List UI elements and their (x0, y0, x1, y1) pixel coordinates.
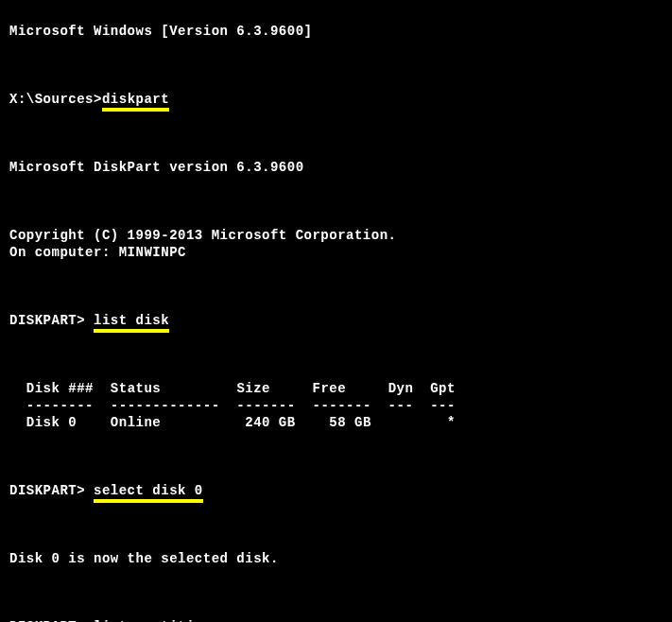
cmd-select-disk[interactable]: select disk 0 (94, 483, 203, 503)
initial-prompt: X:\Sources> (9, 92, 102, 107)
disk-table-row-0: Disk 0 Online 240 GB 58 GB * (9, 415, 456, 430)
os-version-line: Microsoft Windows [Version 6.3.9600] (9, 24, 312, 39)
diskpart-prompt: DISKPART> (9, 483, 94, 498)
terminal-window: Microsoft Windows [Version 6.3.9600] X:\… (0, 0, 672, 622)
msg-selected-disk: Disk 0 is now the selected disk. (9, 551, 279, 566)
cmd-list-disk[interactable]: list disk (94, 313, 169, 333)
on-computer-line: On computer: MINWINPC (9, 245, 186, 260)
diskpart-prompt: DISKPART> (9, 313, 94, 328)
disk-table-header: Disk ### Status Size Free Dyn Gpt (9, 381, 456, 396)
copyright-line: Copyright (C) 1999-2013 Microsoft Corpor… (9, 228, 396, 243)
cmd-diskpart[interactable]: diskpart (102, 92, 169, 112)
diskpart-version: Microsoft DiskPart version 6.3.9600 (9, 160, 304, 175)
disk-table-separator: -------- ------------- ------- ------- -… (9, 398, 456, 413)
